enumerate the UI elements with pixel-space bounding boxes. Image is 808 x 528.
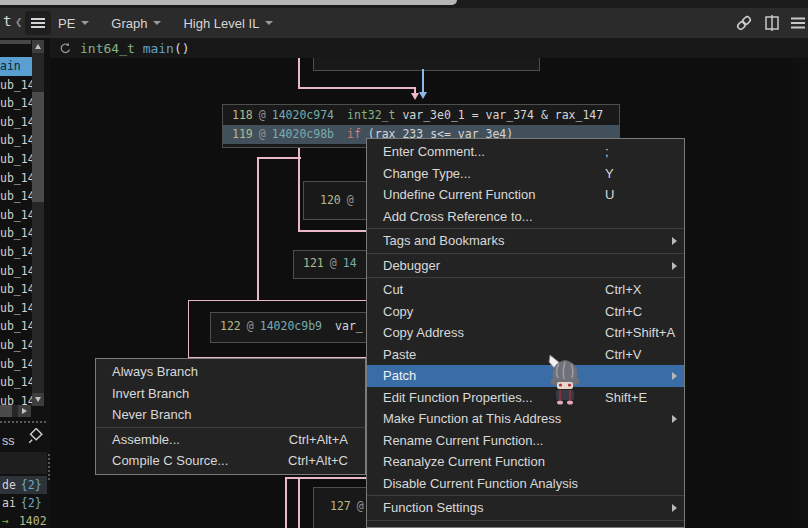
sidebar-function-item[interactable]: ub_14 xyxy=(0,187,32,206)
custom-cursor-sprite xyxy=(546,354,584,406)
scrollbar-thumb[interactable] xyxy=(32,92,44,202)
menu-item-add-cross-reference-to[interactable]: Add Cross Reference to... xyxy=(367,206,684,228)
menu-item-label: Patch xyxy=(383,368,416,383)
sidebar-function-item[interactable]: ub_14 xyxy=(0,317,32,336)
menu-item-function-settings[interactable]: Function Settings xyxy=(367,497,684,519)
file-type-menu[interactable]: PE xyxy=(58,16,89,31)
view-menus: PE Graph High Level IL xyxy=(58,8,273,38)
hamburger-menu-icon[interactable] xyxy=(25,11,51,35)
sidebar-function-item[interactable]: ub_14 xyxy=(0,169,32,188)
graph-edge-true xyxy=(422,69,424,92)
menu-separator xyxy=(96,427,365,428)
scroll-right-button[interactable] xyxy=(18,405,31,417)
sidebar-function-item[interactable]: ub_14 xyxy=(0,243,32,262)
submenu-arrow-icon xyxy=(672,504,677,512)
triangle-up-icon xyxy=(35,44,41,49)
menu-item-enter-comment[interactable]: Enter Comment...; xyxy=(367,141,684,163)
menu-item-shortcut: Ctrl+V xyxy=(605,344,641,366)
menu-item-label: Never Branch xyxy=(112,407,191,422)
menu-item-copy[interactable]: CopyCtrl+C xyxy=(367,301,684,323)
menu-item-edit-function-properties[interactable]: Edit Function Properties...Shift+E xyxy=(367,387,684,409)
sidebar-function-item[interactable]: ub_14 xyxy=(0,150,32,169)
menu-icon[interactable] xyxy=(790,15,806,31)
line-number: 120 xyxy=(320,193,341,207)
sidebar-function-item[interactable]: ub_14 xyxy=(0,113,32,132)
pin-icon[interactable] xyxy=(27,428,44,445)
graph-block-122[interactable]: 122@14020c9b9var_ xyxy=(210,312,392,343)
menu-item-shortcut: Y xyxy=(605,163,614,185)
scroll-up-button[interactable] xyxy=(32,40,44,53)
function-list-partial-row xyxy=(0,40,31,44)
menu-separator xyxy=(367,277,684,278)
address: 14020c98b xyxy=(272,127,334,141)
scrollbar-thumb[interactable] xyxy=(0,405,12,417)
submenu-arrow-icon xyxy=(672,262,677,270)
code-line: 122@14020c9b9var_ xyxy=(211,317,391,336)
menu-item-assemble[interactable]: Assemble...Ctrl+Alt+A xyxy=(96,429,365,451)
sidebar-function-item[interactable]: ub_14 xyxy=(0,299,32,318)
menu-item-cut[interactable]: CutCtrl+X xyxy=(367,279,684,301)
menu-item-label: Compile C Source... xyxy=(112,453,228,468)
menu-item-debugger[interactable]: Debugger xyxy=(367,255,684,277)
sidebar-function-item[interactable]: ub_14 xyxy=(0,280,32,299)
split-view-icon[interactable] xyxy=(763,13,781,33)
edge-arrowhead-blue xyxy=(419,92,427,99)
sidebar-function-item[interactable]: ub_14 xyxy=(0,336,32,355)
menu-item-copy-address[interactable]: Copy AddressCtrl+Shift+A xyxy=(367,322,684,344)
menu-item-compile-c-source[interactable]: Compile C Source...Ctrl+Alt+C xyxy=(96,450,365,472)
menu-item-reanalyze-current-function[interactable]: Reanalyze Current Function xyxy=(367,451,684,473)
graph-edge-false xyxy=(298,87,416,89)
at-separator: @ xyxy=(259,108,266,122)
menu-item-change-type[interactable]: Change Type...Y xyxy=(367,163,684,185)
function-signature[interactable]: int64_t main() xyxy=(80,41,190,56)
menu-item-always-branch[interactable]: Always Branch xyxy=(96,361,365,383)
view-layout-menu[interactable]: Graph xyxy=(111,16,161,31)
menu-item-invert-branch[interactable]: Invert Branch xyxy=(96,383,365,405)
menu-item-tags-and-bookmarks[interactable]: Tags and Bookmarks xyxy=(367,230,684,252)
graph-block-top-partial[interactable] xyxy=(313,58,540,71)
submenu-arrow-icon xyxy=(672,415,677,423)
collapse-chevron-icon[interactable]: ❮ xyxy=(15,17,23,27)
menu-item-label: Make Function at This Address xyxy=(383,411,561,426)
menu-item-label: Change Type... xyxy=(383,166,471,181)
scroll-down-button[interactable] xyxy=(32,393,44,406)
sidebar-function-item[interactable]: ub_14 xyxy=(0,262,32,281)
sidebar-function-item[interactable]: ub_14 xyxy=(0,206,32,225)
xref-count: {2} xyxy=(21,478,42,492)
sidebar-function-item[interactable]: ub_14 xyxy=(0,224,32,243)
xref-item[interactable]: ai{2} xyxy=(0,494,47,512)
function-list-vscrollbar[interactable] xyxy=(32,40,44,406)
sidebar-function-item[interactable]: ub_14 xyxy=(0,94,32,113)
menu-item-paste[interactable]: PasteCtrl+V xyxy=(367,344,684,366)
sidebar-function-item[interactable]: ub_14 xyxy=(0,373,32,392)
sidebar-function-item[interactable]: ub_14 xyxy=(0,76,32,95)
menu-item-label: Always Branch xyxy=(112,364,198,379)
menu-item-disable-current-function-analysis[interactable]: Disable Current Function Analysis xyxy=(367,473,684,495)
panel-resize-grip-horizontal[interactable] xyxy=(0,421,46,423)
link-icon[interactable] xyxy=(734,13,754,33)
menu-item-make-function-at-this-address[interactable]: Make Function at This Address xyxy=(367,408,684,430)
code-line[interactable]: 118@14020c974int32_t var_3e0_1 = var_374… xyxy=(223,106,619,125)
sidebar-function-item[interactable]: ain xyxy=(0,57,32,76)
at-separator: @ xyxy=(357,499,364,513)
menu-item-label: Disable Current Function Analysis xyxy=(383,476,578,491)
function-list-hscrollbar[interactable] xyxy=(0,405,31,417)
sidebar-function-item[interactable]: ub_14 xyxy=(0,131,32,150)
triangle-right-icon xyxy=(22,408,27,414)
refresh-icon[interactable] xyxy=(59,42,72,55)
sidebar-function-item[interactable]: ub_14 xyxy=(0,355,32,374)
graph-edge-false xyxy=(298,477,300,528)
context-menu: Enter Comment...;Change Type...YUndefine… xyxy=(366,138,685,528)
xref-item[interactable]: de{2} xyxy=(0,476,47,494)
menu-item-highlight-block[interactable]: Highlight Block xyxy=(367,522,684,528)
menu-item-undefine-current-function[interactable]: Undefine Current FunctionU xyxy=(367,184,684,206)
menu-item-label: Copy Address xyxy=(383,325,464,340)
menu-item-rename-current-function[interactable]: Rename Current Function... xyxy=(367,430,684,452)
xref-item[interactable]: →1402 xyxy=(0,512,47,528)
xrefs-toolbar-strip xyxy=(0,452,47,474)
menu-item-shortcut: Ctrl+X xyxy=(605,279,641,301)
menu-item-shortcut: ; xyxy=(605,141,609,163)
menu-item-never-branch[interactable]: Never Branch xyxy=(96,404,365,426)
menu-item-patch[interactable]: Patch xyxy=(367,365,684,387)
il-level-menu[interactable]: High Level IL xyxy=(183,16,273,31)
